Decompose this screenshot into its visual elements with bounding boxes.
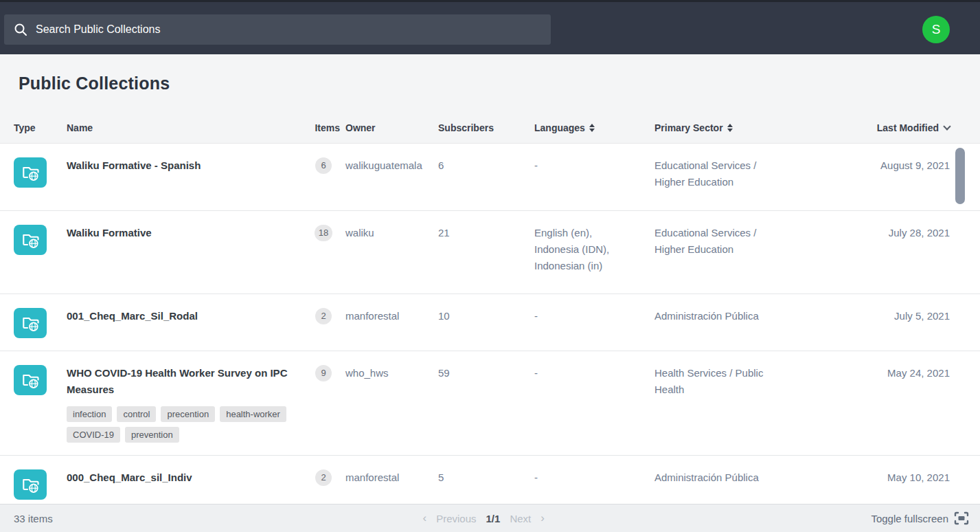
collection-folder-globe-icon xyxy=(14,308,47,338)
column-header-languages-label: Languages xyxy=(534,122,585,133)
collections-list: Waliku Formative - Spanish 6 walikuguate… xyxy=(0,143,980,513)
type-cell xyxy=(14,308,67,338)
chevron-down-icon xyxy=(943,122,950,130)
subscribers-cell: 6 xyxy=(438,157,534,198)
last-modified-cell: July 5, 2021 xyxy=(816,308,950,338)
tag: prevention xyxy=(125,427,179,443)
tag: COVID-19 xyxy=(67,427,120,443)
column-header-last-modified-label: Last Modified xyxy=(877,122,939,133)
table-row[interactable]: WHO COVID-19 Health Worker Survey on IPC… xyxy=(0,351,980,456)
footer: 33 items ‹ Previous 1/1 Next › Toggle fu… xyxy=(0,504,980,532)
search-input[interactable] xyxy=(36,23,541,36)
previous-arrow-icon[interactable]: ‹ xyxy=(423,511,427,525)
items-cell: 6 xyxy=(307,157,340,198)
items-count-badge: 2 xyxy=(315,469,332,486)
items-cell: 2 xyxy=(307,308,340,338)
search-box[interactable] xyxy=(4,14,551,45)
subscribers-cell: 5 xyxy=(438,469,534,500)
subscribers-cell: 59 xyxy=(438,365,534,443)
tag: health-worker xyxy=(220,406,286,422)
tag-list: infectioncontrolprecentionhealth-workerC… xyxy=(67,406,293,443)
column-header-subscribers: Subscribers xyxy=(438,122,534,133)
languages-cell: - xyxy=(534,157,648,198)
languages-cell: - xyxy=(534,308,648,338)
sort-icon xyxy=(589,124,595,132)
page-title: Public Collections xyxy=(0,54,980,93)
collection-name-link[interactable]: Waliku Formative xyxy=(67,225,293,241)
owner-cell: manforestal xyxy=(340,308,438,338)
owner-cell: walikuguatemala xyxy=(340,157,438,198)
page-indicator: 1/1 xyxy=(486,513,501,524)
languages-cell: English (en), Indonesia (IDN), Indonesia… xyxy=(534,225,648,281)
table-row[interactable]: 001_Cheq_Marc_Sil_Rodal 2 manforestal 10… xyxy=(0,294,980,351)
sort-icon xyxy=(727,124,733,132)
items-cell: 18 xyxy=(307,225,340,281)
collection-name-link[interactable]: 001_Cheq_Marc_Sil_Rodal xyxy=(67,308,293,324)
table-row[interactable]: Waliku Formative 18 waliku 21 English (e… xyxy=(0,211,980,294)
collection-folder-globe-icon xyxy=(14,365,47,395)
primary-sector-cell: Administración Pública xyxy=(654,469,792,500)
items-count-badge: 9 xyxy=(315,365,332,381)
primary-sector-cell: Administración Pública xyxy=(654,308,792,338)
collection-folder-globe-icon xyxy=(14,157,47,188)
collection-folder-globe-icon xyxy=(14,469,47,500)
column-header-type: Type xyxy=(14,122,67,133)
search-icon xyxy=(14,23,27,36)
name-cell: Waliku Formative - Spanish xyxy=(67,157,307,198)
items-total: 33 items xyxy=(14,513,96,524)
column-header-last-modified[interactable]: Last Modified xyxy=(816,122,950,133)
items-cell: 9 xyxy=(307,365,340,443)
name-cell: 001_Cheq_Marc_Sil_Rodal xyxy=(67,308,307,338)
primary-sector-cell: Educational Services / Higher Education xyxy=(654,157,792,198)
name-cell: 000_Cheq_Marc_sil_Indiv xyxy=(67,469,307,500)
column-header-languages[interactable]: Languages xyxy=(534,122,654,133)
tag: infection xyxy=(67,406,112,422)
vertical-scrollbar-thumb[interactable] xyxy=(955,148,965,204)
items-count-badge: 6 xyxy=(315,157,332,174)
previous-page-button[interactable]: Previous xyxy=(436,513,476,524)
column-header-primary-sector[interactable]: Primary Sector xyxy=(654,122,816,133)
pagination: ‹ Previous 1/1 Next › xyxy=(96,511,871,525)
items-cell: 2 xyxy=(307,469,340,500)
avatar[interactable]: S xyxy=(922,16,950,43)
column-header-items: Items xyxy=(307,122,340,133)
subscribers-cell: 21 xyxy=(438,225,534,281)
collection-name-link[interactable]: WHO COVID-19 Health Worker Survey on IPC… xyxy=(67,365,293,398)
last-modified-cell: May 10, 2021 xyxy=(816,469,950,500)
languages-cell: - xyxy=(534,469,648,500)
next-page-button[interactable]: Next xyxy=(510,513,531,524)
owner-cell: who_hws xyxy=(340,365,438,443)
type-cell xyxy=(14,365,67,443)
subscribers-cell: 10 xyxy=(438,308,534,338)
table-header: Type Name Items Owner Subscribers Langua… xyxy=(0,114,980,143)
type-cell xyxy=(14,157,67,198)
collection-name-link[interactable]: Waliku Formative - Spanish xyxy=(67,157,293,174)
primary-sector-cell: Educational Services / Higher Education xyxy=(654,225,792,281)
topbar: S xyxy=(0,0,980,54)
collection-name-link[interactable]: 000_Cheq_Marc_sil_Indiv xyxy=(67,469,293,486)
column-header-name: Name xyxy=(67,122,307,133)
last-modified-cell: August 9, 2021 xyxy=(816,157,950,198)
tag: precention xyxy=(161,406,215,422)
items-count-badge: 2 xyxy=(315,308,332,324)
languages-cell: - xyxy=(534,365,648,443)
column-header-primary-sector-label: Primary Sector xyxy=(654,122,723,133)
type-cell xyxy=(14,469,67,500)
collection-folder-globe-icon xyxy=(14,225,47,255)
tag: control xyxy=(117,406,156,422)
column-header-owner: Owner xyxy=(340,122,438,133)
next-arrow-icon[interactable]: › xyxy=(540,511,545,525)
toggle-fullscreen-button[interactable]: Toggle fullscreen xyxy=(871,511,969,525)
fullscreen-icon xyxy=(954,511,969,525)
last-modified-cell: July 28, 2021 xyxy=(816,225,950,281)
last-modified-cell: May 24, 2021 xyxy=(816,365,950,443)
table-row[interactable]: Waliku Formative - Spanish 6 walikuguate… xyxy=(0,144,980,211)
name-cell: WHO COVID-19 Health Worker Survey on IPC… xyxy=(67,365,307,443)
primary-sector-cell: Health Services / Public Health xyxy=(654,365,792,443)
owner-cell: waliku xyxy=(340,225,438,281)
owner-cell: manforestal xyxy=(340,469,438,500)
items-count-badge: 18 xyxy=(315,225,332,241)
name-cell: Waliku Formative xyxy=(67,225,307,281)
toggle-fullscreen-label: Toggle fullscreen xyxy=(871,513,948,524)
type-cell xyxy=(14,225,67,281)
